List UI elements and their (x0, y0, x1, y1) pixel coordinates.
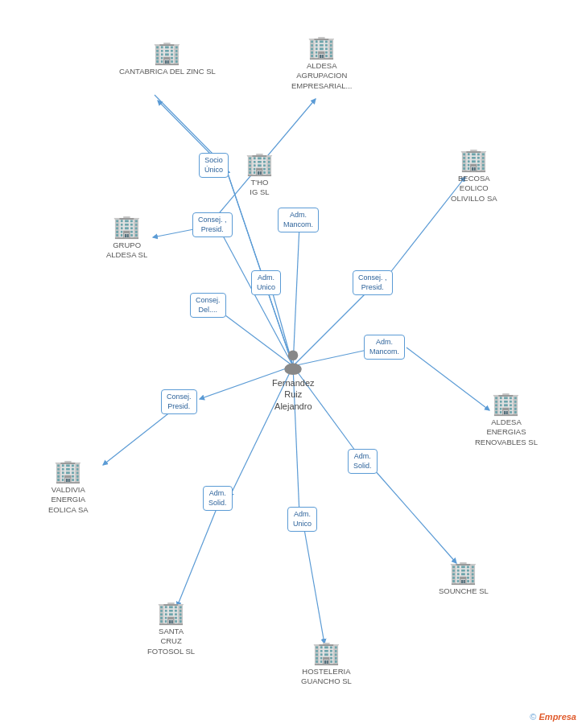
badge-adm-unico-bottom: Adm.Unico (287, 507, 317, 532)
svg-line-19 (177, 507, 217, 607)
person-icon (279, 346, 307, 375)
node-valdivia: 🏢 VALDIVIAENERGIAEOLICA SA (48, 460, 89, 515)
svg-line-2 (226, 169, 293, 366)
building-icon-hosteleria: 🏢 (312, 642, 340, 664)
svg-point-23 (284, 364, 302, 375)
label-aldesa-energias: ALDESAENERGIASRENOVABLES SL (475, 417, 538, 447)
node-aldesa-agrup: 🏢 ALDESAAGRUPACIONEMPRESARIAL... (291, 36, 353, 91)
svg-line-1 (155, 95, 217, 158)
node-grupo-aldesa: 🏢 GRUPOALDESA SL (106, 216, 147, 261)
badge-consej-presid-right: Consej. ,Presid. (353, 270, 393, 295)
svg-line-3 (158, 101, 217, 161)
node-cantabrica: 🏢 CANTABRICA DEL ZINC SL (119, 42, 216, 76)
node-santa-cruz: 🏢 SANTACRUZFOTOSOL SL (147, 602, 195, 656)
badge-consej-presid-left: Consej.Presid. (161, 389, 197, 414)
label-valdivia: VALDIVIAENERGIAEOLICA SA (48, 485, 89, 515)
center-person: FernandezRuizAlejandro (272, 346, 315, 412)
svg-line-17 (374, 470, 456, 563)
label-cantabrica: CANTABRICA DEL ZINC SL (119, 67, 216, 76)
building-icon-grupo-aldesa: 🏢 (113, 216, 141, 238)
badge-adm-mancom-mid: Adm.Mancom. (364, 335, 405, 360)
building-icon-sounche: 🏢 (449, 561, 477, 584)
label-becosa: BECOSAEOLICOOLIVILLO SA (451, 174, 497, 204)
badge-socio-unico: SocioÚnico (199, 153, 229, 178)
building-icon-cantabrica: 🏢 (153, 42, 181, 64)
label-santa-cruz: SANTACRUZFOTOSOL SL (147, 627, 195, 656)
node-becosa: 🏢 BECOSAEOLICOOLIVILLO SA (451, 149, 497, 204)
svg-line-7 (293, 225, 299, 366)
badge-adm-unico-mid: Adm.Unico (251, 270, 281, 295)
building-icon-becosa: 🏢 (460, 149, 488, 171)
building-icon-valdivia: 🏢 (54, 460, 82, 483)
label-sounche: SOUNCHE SL (439, 586, 489, 596)
node-sounche: 🏢 SOUNCHE SL (439, 561, 489, 596)
node-aldesa-energias: 🏢 ALDESAENERGIASRENOVABLES SL (475, 393, 538, 447)
label-hosteleria: HOSTELERIAGUANCHO SL (301, 667, 352, 687)
building-icon-tho: 🏢 (246, 153, 274, 175)
building-icon-aldesa-agrup: 🏢 (307, 36, 336, 59)
node-hosteleria: 🏢 HOSTELERIAGUANCHO SL (301, 642, 352, 687)
badge-adm-solid-right: Adm.Solid. (348, 449, 378, 474)
svg-line-15 (103, 405, 179, 465)
badge-adm-solid-left: Adm.Solid. (203, 486, 233, 511)
badge-adm-mancom-top: Adm.Mancom. (278, 208, 319, 232)
node-tho: 🏢 T'HOIG SL (246, 153, 274, 198)
label-aldesa-agrup: ALDESAAGRUPACIONEMPRESARIAL... (291, 61, 353, 91)
label-tho: T'HOIG SL (250, 178, 269, 198)
building-icon-santa-cruz: 🏢 (157, 602, 185, 624)
center-person-label: FernandezRuizAlejandro (272, 377, 315, 412)
watermark: © Empresa (530, 712, 576, 722)
svg-point-22 (288, 350, 299, 360)
svg-line-21 (304, 529, 324, 644)
badge-consej-del: Consej.Del.... (190, 293, 226, 318)
building-icon-aldesa-energias: 🏢 (492, 393, 520, 415)
label-grupo-aldesa: GRUPOALDESA SL (106, 241, 147, 261)
badge-consej-presid-top: Consej. ,Presid. (192, 212, 233, 237)
